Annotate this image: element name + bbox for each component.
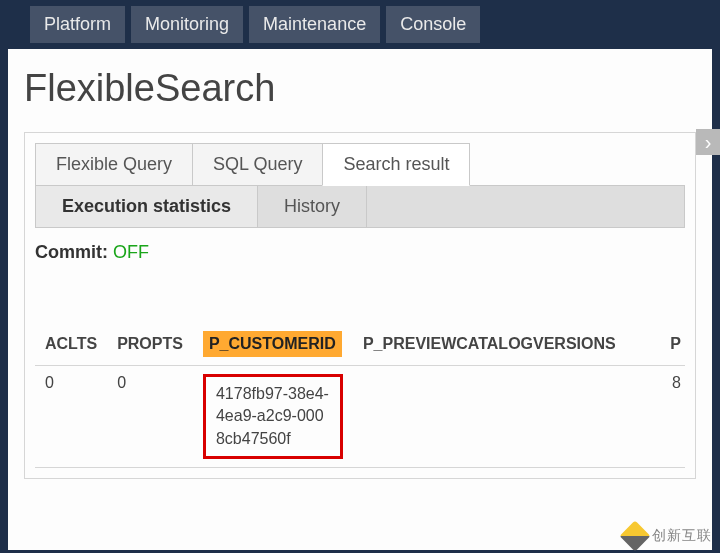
cell-p-customerid-highlight: 4178fb97-38e4-4ea9-a2c9-0008cb47560f — [203, 374, 343, 459]
col-p-previewcatalogversions: P_PREVIEWCATALOGVERSIONS — [353, 323, 626, 366]
results-table: ACLTS PROPTS P_CUSTOMERID P_PREVIEWCATAL… — [35, 323, 685, 468]
expand-arrow-button[interactable]: › — [696, 129, 720, 155]
nav-monitoring[interactable]: Monitoring — [131, 6, 243, 43]
col-propts: PROPTS — [107, 323, 193, 366]
tab-search-result[interactable]: Search result — [322, 143, 470, 186]
page-title: FlexibleSearch — [24, 67, 696, 110]
cell-p: 8 — [626, 366, 685, 468]
sub-tab-row: Execution statistics History — [35, 185, 685, 228]
col-p-customerid: P_CUSTOMERID — [193, 323, 353, 366]
cell-aclts: 0 — [35, 366, 107, 468]
cell-propts: 0 — [107, 366, 193, 468]
col-aclts: ACLTS — [35, 323, 107, 366]
cell-p-previewcatalogversions — [353, 366, 626, 468]
col-p-customerid-highlight: P_CUSTOMERID — [203, 331, 342, 357]
nav-maintenance[interactable]: Maintenance — [249, 6, 380, 43]
commit-status: Commit: OFF — [35, 242, 685, 263]
search-panel: Flexible Query SQL Query Search result E… — [24, 132, 696, 479]
col-p: P — [626, 323, 685, 366]
commit-value: OFF — [113, 242, 149, 262]
table-header-row: ACLTS PROPTS P_CUSTOMERID P_PREVIEWCATAL… — [35, 323, 685, 366]
content-area: › FlexibleSearch Flexible Query SQL Quer… — [8, 49, 712, 550]
tab-flexible-query[interactable]: Flexible Query — [35, 143, 193, 186]
subtab-history[interactable]: History — [258, 186, 367, 227]
commit-label: Commit: — [35, 242, 108, 262]
nav-platform[interactable]: Platform — [30, 6, 125, 43]
nav-console[interactable]: Console — [386, 6, 480, 43]
top-tab-row: Flexible Query SQL Query Search result — [35, 143, 685, 186]
top-navigation: Platform Monitoring Maintenance Console — [0, 0, 720, 49]
tab-sql-query[interactable]: SQL Query — [192, 143, 323, 186]
cell-p-customerid: 4178fb97-38e4-4ea9-a2c9-0008cb47560f — [193, 366, 353, 468]
table-row: 0 0 4178fb97-38e4-4ea9-a2c9-0008cb47560f… — [35, 366, 685, 468]
subtab-execution-statistics[interactable]: Execution statistics — [36, 186, 258, 227]
